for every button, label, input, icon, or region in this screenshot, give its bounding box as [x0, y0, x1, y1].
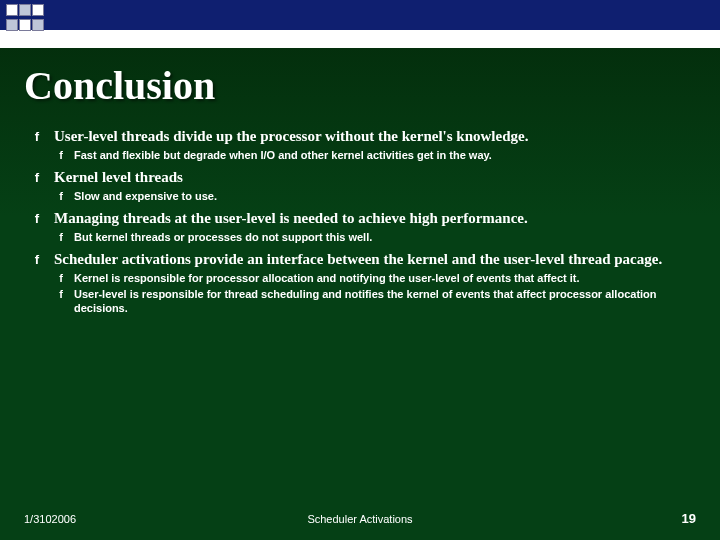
- subbullet-item: f User-level is responsible for thread s…: [54, 287, 690, 316]
- bullet-item-3: f Managing threads at the user-level is …: [30, 209, 690, 244]
- bullet-icon: f: [30, 170, 44, 186]
- subbullet-item: f But kernel threads or processes do not…: [54, 230, 690, 244]
- bullet-text: Managing threads at the user-level is ne…: [54, 210, 528, 226]
- bullet-icon: f: [30, 211, 44, 227]
- subbullet-item: f Kernel is responsible for processor al…: [54, 271, 690, 285]
- deco-square: [32, 19, 44, 31]
- bullet-text: User-level threads divide up the process…: [54, 128, 528, 144]
- deco-square: [32, 4, 44, 16]
- subbullet-item: f Fast and flexible but degrade when I/O…: [54, 148, 690, 162]
- bullet-item-4: f Scheduler activations provide an inter…: [30, 250, 690, 316]
- subbullet-text: Slow and expensive to use.: [74, 190, 217, 202]
- title-bar: [0, 0, 720, 30]
- deco-square: [6, 19, 18, 31]
- bullet-icon: f: [54, 287, 68, 301]
- slide-content: f User-level threads divide up the proce…: [30, 127, 690, 316]
- deco-square: [6, 4, 18, 16]
- bullet-icon: f: [54, 271, 68, 285]
- bullet-icon: f: [30, 252, 44, 268]
- subbullet-text: User-level is responsible for thread sch…: [74, 288, 657, 314]
- deco-square: [19, 4, 31, 16]
- slide-footer: 1/3102006 Scheduler Activations 19: [0, 511, 720, 526]
- bullet-item-1: f User-level threads divide up the proce…: [30, 127, 690, 162]
- footer-title: Scheduler Activations: [307, 513, 412, 525]
- subbullet-item: f Slow and expensive to use.: [54, 189, 690, 203]
- decoration-squares: [6, 4, 42, 31]
- bullet-icon: f: [54, 189, 68, 203]
- white-band: [0, 30, 720, 48]
- subbullet-text: Kernel is responsible for processor allo…: [74, 272, 580, 284]
- footer-page-number: 19: [682, 511, 696, 526]
- deco-square: [19, 19, 31, 31]
- bullet-icon: f: [54, 230, 68, 244]
- bullet-icon: f: [30, 129, 44, 145]
- footer-date: 1/3102006: [24, 513, 76, 525]
- bullet-text: Scheduler activations provide an interfa…: [54, 251, 662, 267]
- bullet-item-2: f Kernel level threads f Slow and expens…: [30, 168, 690, 203]
- subbullet-text: But kernel threads or processes do not s…: [74, 231, 372, 243]
- bullet-text: Kernel level threads: [54, 169, 183, 185]
- slide-title: Conclusion: [24, 62, 720, 109]
- subbullet-text: Fast and flexible but degrade when I/O a…: [74, 149, 492, 161]
- bullet-icon: f: [54, 148, 68, 162]
